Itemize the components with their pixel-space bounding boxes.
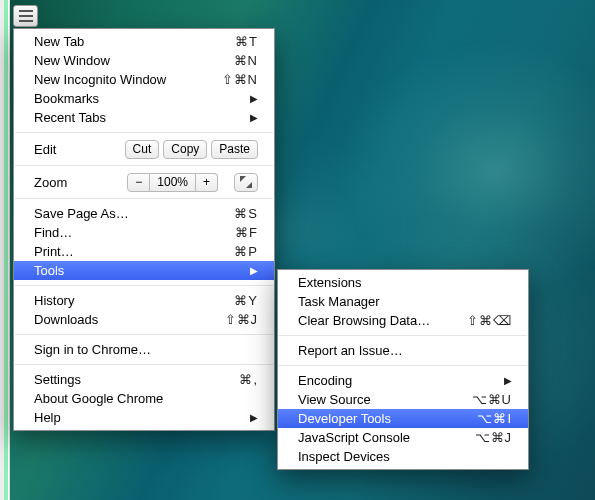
menu-label: Sign in to Chrome… [34, 342, 258, 357]
submenu-arrow-icon: ▶ [250, 265, 258, 276]
menu-label: About Google Chrome [34, 391, 258, 406]
menu-label: Developer Tools [298, 411, 477, 426]
menu-label: Find… [34, 225, 235, 240]
tools-submenu: Extensions Task Manager Clear Browsing D… [277, 269, 529, 470]
submenu-item-inspect-devices[interactable]: Inspect Devices [278, 447, 528, 466]
menu-item-recent-tabs[interactable]: Recent Tabs ▶ [14, 108, 274, 127]
edit-cut-button[interactable]: Cut [125, 140, 160, 159]
menu-label: Downloads [34, 312, 225, 327]
menu-accel: ⇧⌘N [222, 72, 258, 87]
menu-accel: ⌘F [235, 225, 258, 240]
menu-label: New Window [34, 53, 234, 68]
submenu-arrow-icon: ▶ [504, 375, 512, 386]
menu-label: Tools [34, 263, 244, 278]
menu-item-history[interactable]: History ⌘Y [14, 291, 274, 310]
menu-separator [15, 334, 273, 335]
menu-label: Clear Browsing Data… [298, 313, 467, 328]
menu-accel: ⌘, [239, 372, 258, 387]
menu-item-find[interactable]: Find… ⌘F [14, 223, 274, 242]
menu-label: Encoding [298, 373, 498, 388]
menu-separator [15, 364, 273, 365]
menu-separator [15, 132, 273, 133]
menu-label: Print… [34, 244, 234, 259]
menu-accel: ⇧⌘J [225, 312, 259, 327]
menu-item-help[interactable]: Help ▶ [14, 408, 274, 427]
menu-label: Inspect Devices [298, 449, 512, 464]
menu-item-save-page[interactable]: Save Page As… ⌘S [14, 204, 274, 223]
menu-label: JavaScript Console [298, 430, 475, 445]
menu-accel: ⌥⌘J [475, 430, 513, 445]
menu-label: Task Manager [298, 294, 512, 309]
menu-item-downloads[interactable]: Downloads ⇧⌘J [14, 310, 274, 329]
submenu-arrow-icon: ▶ [250, 112, 258, 123]
menu-item-print[interactable]: Print… ⌘P [14, 242, 274, 261]
menu-item-tools[interactable]: Tools ▶ [14, 261, 274, 280]
menu-item-zoom: Zoom − 100% + [14, 171, 274, 193]
submenu-item-developer-tools[interactable]: Developer Tools ⌥⌘I [278, 409, 528, 428]
edit-copy-button[interactable]: Copy [163, 140, 207, 159]
menu-label: History [34, 293, 234, 308]
menu-accel: ⌘T [235, 34, 258, 49]
chrome-menu-button[interactable] [13, 5, 38, 27]
menu-item-new-tab[interactable]: New Tab ⌘T [14, 32, 274, 51]
browser-edge-strip [0, 0, 10, 500]
menu-item-settings[interactable]: Settings ⌘, [14, 370, 274, 389]
menu-separator [15, 165, 273, 166]
menu-accel: ⌘N [234, 53, 258, 68]
menu-label: Help [34, 410, 244, 425]
menu-label: Save Page As… [34, 206, 234, 221]
menu-item-new-incognito[interactable]: New Incognito Window ⇧⌘N [14, 70, 274, 89]
menu-separator [15, 198, 273, 199]
submenu-item-encoding[interactable]: Encoding ▶ [278, 371, 528, 390]
menu-accel: ⌥⌘U [472, 392, 512, 407]
zoom-out-button[interactable]: − [127, 173, 150, 192]
menu-label: Recent Tabs [34, 110, 244, 125]
chrome-main-menu: New Tab ⌘T New Window ⌘N New Incognito W… [13, 28, 275, 431]
menu-accel: ⇧⌘⌫ [467, 313, 512, 328]
zoom-in-button[interactable]: + [196, 173, 218, 192]
menu-accel: ⌘P [234, 244, 258, 259]
menu-label: Bookmarks [34, 91, 244, 106]
menu-accel: ⌘Y [234, 293, 258, 308]
menu-label: View Source [298, 392, 472, 407]
submenu-item-view-source[interactable]: View Source ⌥⌘U [278, 390, 528, 409]
menu-item-edit: Edit Cut Copy Paste [14, 138, 274, 160]
fullscreen-icon [240, 176, 252, 188]
submenu-arrow-icon: ▶ [250, 412, 258, 423]
submenu-arrow-icon: ▶ [250, 93, 258, 104]
menu-item-about[interactable]: About Google Chrome [14, 389, 274, 408]
zoom-level: 100% [150, 173, 196, 192]
menu-accel: ⌘S [234, 206, 258, 221]
menu-item-sign-in[interactable]: Sign in to Chrome… [14, 340, 274, 359]
menu-label: Edit [34, 142, 117, 157]
menu-label: Report an Issue… [298, 343, 512, 358]
menu-label: New Tab [34, 34, 235, 49]
fullscreen-button[interactable] [234, 173, 258, 192]
submenu-item-report-issue[interactable]: Report an Issue… [278, 341, 528, 360]
submenu-item-clear-data[interactable]: Clear Browsing Data… ⇧⌘⌫ [278, 311, 528, 330]
menu-item-new-window[interactable]: New Window ⌘N [14, 51, 274, 70]
menu-label: Settings [34, 372, 239, 387]
menu-separator [15, 285, 273, 286]
submenu-item-task-manager[interactable]: Task Manager [278, 292, 528, 311]
menu-label: Zoom [34, 175, 119, 190]
edit-paste-button[interactable]: Paste [211, 140, 258, 159]
menu-label: Extensions [298, 275, 512, 290]
menu-item-bookmarks[interactable]: Bookmarks ▶ [14, 89, 274, 108]
menu-separator [279, 335, 527, 336]
menu-label: New Incognito Window [34, 72, 222, 87]
submenu-item-extensions[interactable]: Extensions [278, 273, 528, 292]
menu-accel: ⌥⌘I [477, 411, 512, 426]
menu-separator [279, 365, 527, 366]
submenu-item-js-console[interactable]: JavaScript Console ⌥⌘J [278, 428, 528, 447]
